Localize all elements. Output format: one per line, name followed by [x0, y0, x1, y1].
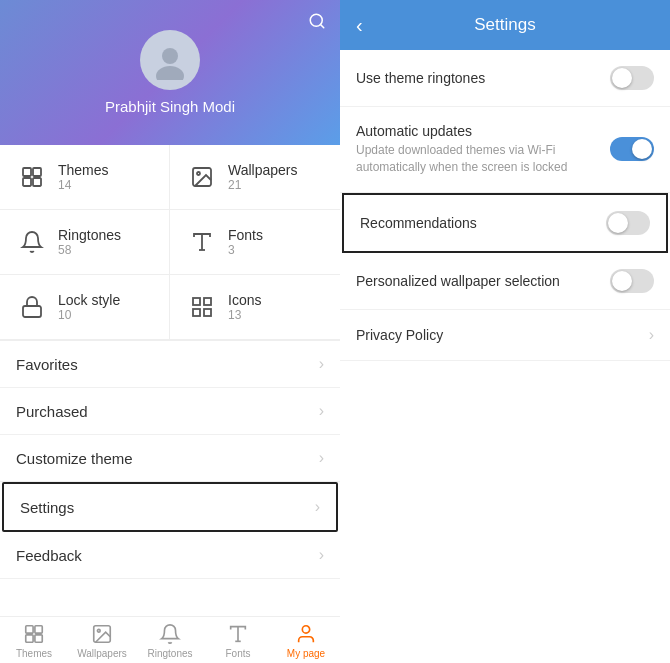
- svg-point-25: [302, 626, 309, 633]
- avatar: [140, 30, 200, 90]
- chevron-right-icon: ›: [319, 402, 324, 420]
- svg-rect-15: [204, 309, 211, 316]
- themes-label: Themes: [58, 162, 109, 178]
- grid-item-wallpapers[interactable]: Wallpapers 21: [170, 145, 340, 210]
- svg-line-1: [320, 24, 323, 27]
- automatic-updates-toggle[interactable]: [610, 137, 654, 161]
- profile-header: Prabhjit Singh Modi: [0, 0, 340, 145]
- menu-item-purchased[interactable]: Purchased ›: [0, 388, 340, 435]
- fonts-icon: [186, 226, 218, 258]
- grid-item-themes[interactable]: Themes 14: [0, 145, 170, 210]
- bottom-nav-themes-label: Themes: [16, 648, 52, 659]
- themes-icon: [16, 161, 48, 193]
- left-panel: Prabhjit Singh Modi Themes 14: [0, 0, 340, 663]
- grid-item-lockstyle[interactable]: Lock style 10: [0, 275, 170, 340]
- svg-rect-6: [23, 178, 31, 186]
- bottom-nav-fonts-label: Fonts: [225, 648, 250, 659]
- chevron-right-icon: ›: [319, 546, 324, 564]
- menu-item-favorites[interactable]: Favorites ›: [0, 341, 340, 388]
- svg-point-3: [156, 66, 184, 80]
- menu-item-settings[interactable]: Settings ›: [2, 482, 338, 532]
- grid-item-ringtones[interactable]: Ringtones 58: [0, 210, 170, 275]
- svg-point-9: [197, 172, 200, 175]
- menu-item-customize[interactable]: Customize theme ›: [0, 435, 340, 482]
- grid-section: Themes 14 Wallpapers 21: [0, 145, 340, 341]
- ringtones-label: Ringtones: [58, 227, 121, 243]
- setting-privacy-policy[interactable]: Privacy Policy ›: [340, 310, 670, 361]
- svg-rect-16: [193, 309, 200, 316]
- svg-rect-13: [193, 298, 200, 305]
- svg-rect-19: [26, 635, 33, 642]
- svg-rect-5: [33, 168, 41, 176]
- themes-count: 14: [58, 178, 109, 192]
- profile-name: Prabhjit Singh Modi: [105, 98, 235, 115]
- setting-personalized-wallpaper: Personalized wallpaper selection: [340, 253, 670, 310]
- bottom-nav-fonts[interactable]: Fonts: [204, 623, 272, 659]
- setting-automatic-updates: Automatic updates Update downloaded them…: [340, 107, 670, 193]
- bottom-nav-mypage-label: My page: [287, 648, 325, 659]
- svg-rect-20: [35, 635, 42, 642]
- privacy-policy-label: Privacy Policy: [356, 327, 443, 343]
- setting-use-theme-ringtones: Use theme ringtones: [340, 50, 670, 107]
- svg-rect-17: [26, 626, 33, 633]
- grid-item-icons[interactable]: Icons 13: [170, 275, 340, 340]
- svg-rect-4: [23, 168, 31, 176]
- settings-title: Settings: [474, 15, 535, 35]
- bottom-nav-wallpapers[interactable]: Wallpapers: [68, 623, 136, 659]
- setting-automatic-updates-subtitle: Update downloaded themes via Wi-Fi autom…: [356, 142, 610, 176]
- menu-section: Favorites › Purchased › Customize theme …: [0, 341, 340, 616]
- search-icon[interactable]: [308, 12, 326, 35]
- wallpapers-icon: [186, 161, 218, 193]
- chevron-right-icon: ›: [315, 498, 320, 516]
- svg-rect-7: [33, 178, 41, 186]
- svg-point-2: [162, 48, 178, 64]
- back-button[interactable]: ‹: [356, 14, 363, 37]
- fonts-count: 3: [228, 243, 263, 257]
- icons-count: 13: [228, 308, 261, 322]
- recommendations-toggle[interactable]: [606, 211, 650, 235]
- bottom-nav-mypage[interactable]: My page: [272, 623, 340, 659]
- bottom-nav-ringtones-label: Ringtones: [147, 648, 192, 659]
- icons-icon: [186, 291, 218, 323]
- setting-automatic-updates-title: Automatic updates: [356, 123, 610, 139]
- svg-rect-14: [204, 298, 211, 305]
- setting-recommendations-title: Recommendations: [360, 215, 606, 231]
- lockstyle-count: 10: [58, 308, 120, 322]
- use-theme-ringtones-toggle[interactable]: [610, 66, 654, 90]
- lockstyle-icon: [16, 291, 48, 323]
- ringtones-icon: [16, 226, 48, 258]
- icons-label: Icons: [228, 292, 261, 308]
- setting-recommendations: Recommendations: [342, 193, 668, 253]
- chevron-right-icon: ›: [319, 449, 324, 467]
- setting-personalized-wallpaper-title: Personalized wallpaper selection: [356, 273, 610, 289]
- grid-item-fonts[interactable]: Fonts 3: [170, 210, 340, 275]
- right-panel: ‹ Settings Use theme ringtones Automatic…: [340, 0, 670, 663]
- bottom-nav-ringtones[interactable]: Ringtones: [136, 623, 204, 659]
- chevron-right-icon: ›: [319, 355, 324, 373]
- fonts-label: Fonts: [228, 227, 263, 243]
- settings-content: Use theme ringtones Automatic updates Up…: [340, 50, 670, 663]
- wallpapers-count: 21: [228, 178, 298, 192]
- lockstyle-label: Lock style: [58, 292, 120, 308]
- bottom-nav: Themes Wallpapers Ringtones Fonts: [0, 616, 340, 663]
- bottom-nav-themes[interactable]: Themes: [0, 623, 68, 659]
- personalized-wallpaper-toggle[interactable]: [610, 269, 654, 293]
- svg-rect-18: [35, 626, 42, 633]
- setting-use-theme-ringtones-title: Use theme ringtones: [356, 70, 610, 86]
- svg-rect-12: [23, 306, 41, 317]
- svg-point-22: [97, 629, 100, 632]
- chevron-right-icon: ›: [649, 326, 654, 344]
- right-header: ‹ Settings: [340, 0, 670, 50]
- ringtones-count: 58: [58, 243, 121, 257]
- bottom-nav-wallpapers-label: Wallpapers: [77, 648, 127, 659]
- menu-item-feedback[interactable]: Feedback ›: [0, 532, 340, 579]
- wallpapers-label: Wallpapers: [228, 162, 298, 178]
